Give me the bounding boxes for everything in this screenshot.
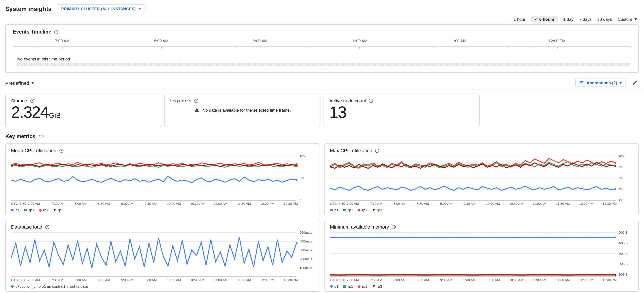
legend-item[interactable]: rp2	[39, 208, 49, 212]
x-axis-label: 11:30 AM	[556, 202, 570, 206]
time-range-option[interactable]: ✓6 hours	[531, 16, 558, 22]
timeline-hour-label: 12:00 PM	[548, 39, 566, 43]
legend-item[interactable]: execution_time p1 us-central1 insights-d…	[11, 284, 88, 288]
chart-title: Mean CPU utilization	[11, 148, 56, 153]
time-range-option[interactable]: 1 hour	[514, 17, 526, 22]
timeline-tick	[260, 47, 260, 49]
page-title: System insights	[5, 6, 52, 12]
x-axis-label: 7:00 AM	[347, 202, 359, 206]
time-window-icon	[30, 98, 35, 103]
legend-marker-circle-icon	[11, 285, 14, 288]
legend-label: rp1	[29, 208, 34, 212]
legend-item[interactable]: rp3	[372, 208, 382, 212]
y-axis-label: 10%	[618, 154, 625, 158]
chart-card-min-available-memory: Minimum available memory 50GiB40GiB30GiB…	[324, 220, 639, 292]
timeline-tick	[211, 47, 211, 48]
time-range-custom[interactable]: Custom	[618, 17, 637, 22]
legend-item[interactable]: rp3	[372, 284, 382, 288]
time-range-selector: 1 hour✓6 hours1 day7 days30 daysCustom	[0, 14, 644, 23]
chart-card-max-cpu: Max CPU utilization 10%8%6%4%2% UTC+5:30…	[324, 143, 639, 215]
x-axis-label: 8:30 AM	[98, 278, 110, 282]
chevron-down-icon	[619, 82, 622, 84]
x-axis-label: 7:00 AM	[347, 278, 359, 282]
time-range-option[interactable]: 7 days	[579, 17, 592, 22]
x-axis-label: 9:30 AM	[144, 278, 157, 282]
legend-marker-circle-icon	[330, 209, 332, 211]
y-axis-label: 50GiB	[618, 230, 628, 234]
chevron-down-icon	[32, 82, 34, 84]
series-end-dot	[614, 165, 616, 167]
legend-label: p1	[16, 208, 20, 212]
chart-card-database-load: Database load 500ms/s400ms/s300ms/s200ms…	[5, 220, 320, 292]
legend-marker-triangle-icon	[372, 285, 375, 288]
storage-card: Storage 2.324GiB	[5, 94, 161, 127]
timeline-tick	[508, 47, 508, 48]
x-axis: UTC+5:307:00 AM7:30 AM8:00 AM8:30 AM9:00…	[330, 278, 615, 282]
cluster-scope-dropdown[interactable]: PRIMARY CLUSTER (ALL INSTANCES)	[57, 5, 146, 13]
time-window-icon	[59, 148, 64, 153]
legend-item[interactable]: rp1	[344, 208, 353, 212]
y-axis-label: 40GiB	[618, 241, 628, 245]
legend-marker-diamond-icon	[38, 208, 42, 212]
time-range-option[interactable]: 1 day	[563, 17, 574, 22]
y-axis-label: 300ms/s	[300, 248, 312, 252]
legend-label: p1	[334, 208, 338, 212]
events-timeline-band[interactable]	[17, 63, 630, 66]
legend-marker-square-icon	[344, 285, 346, 288]
timeline-tick	[483, 47, 483, 48]
legend-marker-diamond-icon	[358, 285, 360, 288]
x-axis-label: 8:00 AM	[74, 278, 86, 282]
timeline-tick	[161, 47, 162, 49]
chart-plot-area[interactable]	[330, 232, 615, 277]
chart-title: Database load	[11, 224, 42, 229]
timeline-tick	[112, 47, 112, 48]
x-axis-label: 11:30 AM	[556, 278, 570, 282]
y-axis-label: 5%	[300, 176, 304, 180]
timeline-tick	[582, 47, 582, 48]
y-axis-label: 500ms/s	[300, 230, 312, 234]
svg-text:?: ?	[56, 31, 57, 33]
legend-item[interactable]: rp2	[358, 284, 368, 288]
legend-item[interactable]: p1	[330, 208, 338, 212]
chart-plot-area[interactable]	[11, 232, 296, 277]
series-end-dot	[614, 236, 616, 238]
series-end-dot	[296, 242, 297, 244]
y-axis-label: 400ms/s	[300, 239, 312, 243]
link-icon[interactable]	[38, 133, 44, 139]
legend-label: rp2	[362, 284, 368, 288]
annotations-button[interactable]: Annotations (2)	[576, 79, 626, 87]
timezone-label: UTC+5:30	[11, 202, 26, 206]
active-node-count-title: Active node count	[329, 98, 366, 103]
time-range-option[interactable]: 30 days	[597, 17, 612, 22]
x-axis-label: 7:30 AM	[370, 202, 382, 206]
timeline-tick	[532, 47, 533, 48]
x-axis-label: 7:30 AM	[370, 278, 382, 282]
edit-dashboard-button[interactable]	[631, 79, 639, 87]
chart-legend: execution_time p1 us-central1 insights-d…	[11, 284, 314, 288]
x-axis: UTC+5:307:00 AM7:30 AM8:00 AM8:30 AM9:00…	[11, 278, 296, 282]
timeline-hour-label: 10:00 AM	[351, 39, 368, 43]
chart-plot-area[interactable]	[330, 156, 615, 200]
legend-item[interactable]: rp2	[358, 208, 368, 212]
x-axis-label: 10:00 AM	[167, 278, 181, 282]
legend-item[interactable]: p1	[11, 208, 20, 212]
legend-item[interactable]: rp1	[24, 208, 34, 212]
chart-legend: p1rp1rp2rp3	[330, 284, 633, 288]
system-insights-page: System insights PRIMARY CLUSTER (ALL INS…	[0, 0, 644, 293]
chevron-down-icon	[634, 18, 637, 20]
x-axis-label: 10:30 AM	[509, 278, 523, 282]
legend-label: p1	[334, 284, 338, 288]
legend-item[interactable]: p1	[330, 284, 338, 288]
legend-item[interactable]: rp3	[53, 208, 63, 212]
x-axis-label: 8:30 AM	[417, 202, 429, 206]
help-icon[interactable]: ?	[54, 29, 59, 34]
timeline-hour-label: 8:00 AM	[154, 39, 168, 43]
chart-plot-area[interactable]	[11, 156, 296, 200]
x-axis-label: 9:00 AM	[121, 202, 133, 206]
legend-item[interactable]: rp1	[344, 284, 353, 288]
pencil-icon	[632, 80, 638, 86]
predefined-dropdown[interactable]: Predefined	[5, 80, 34, 85]
time-window-icon	[45, 224, 50, 229]
chart-legend: p1rp1rp2rp3	[330, 208, 633, 212]
x-axis-label: 11:30 AM	[237, 202, 251, 206]
